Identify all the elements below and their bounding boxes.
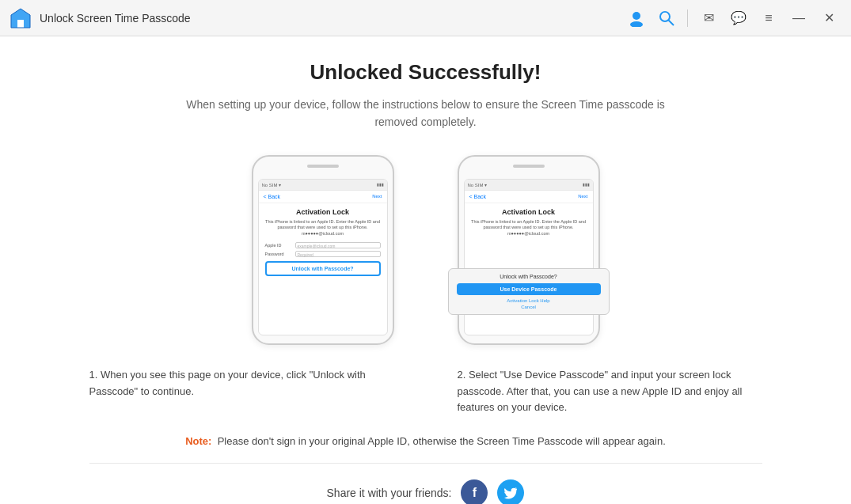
phone2-nav: < Back Next <box>465 191 593 203</box>
menu-icon-btn[interactable]: ≡ <box>756 6 781 31</box>
search-icon-btn[interactable] <box>654 6 679 31</box>
share-row: Share it with your friends: f <box>327 479 525 504</box>
titlebar-title: Unlock Screen Time Passcode <box>40 12 624 25</box>
close-btn[interactable]: ✕ <box>816 6 842 31</box>
step1-desc: 1. When you see this page on your device… <box>89 367 394 416</box>
phone1-heading: Activation Lock <box>265 208 381 216</box>
phone1-nav: < Back Next <box>259 191 387 203</box>
steps-row: 1. When you see this page on your device… <box>89 367 762 416</box>
note-text: Please don't sign in your original Apple… <box>218 435 666 447</box>
step2-desc: 2. Select "Use Device Passcode" and inpu… <box>458 367 762 416</box>
phone2-heading: Activation Lock <box>471 208 587 216</box>
note-label: Note: <box>185 435 211 447</box>
phone1-screen: No SIM ▾ ▮▮▮ < Back Next Activation Lock… <box>258 179 388 335</box>
phone1-desc: This iPhone is linked to an Apple ID. En… <box>265 219 381 237</box>
phone1-appleid-input: example@icloud.com <box>295 242 381 248</box>
twitter-share-btn[interactable] <box>497 479 524 504</box>
titlebar-actions: ✉ 💬 ≡ — ✕ <box>624 6 842 31</box>
phone2-wrap: No SIM ▾ ▮▮▮ < Back Next Activation Lock… <box>458 155 600 345</box>
svg-rect-1 <box>17 20 24 28</box>
phone2-statusbar: No SIM ▾ ▮▮▮ <box>465 180 593 191</box>
success-title: Unlocked Successfully! <box>310 60 541 85</box>
phone1-statusbar: No SIM ▾ ▮▮▮ <box>259 180 387 191</box>
mail-icon-btn[interactable]: ✉ <box>696 6 721 31</box>
popup-use-device-btn: Use Device Passcode <box>457 283 601 295</box>
phone2-popup: Unlock with Passcode? Use Device Passcod… <box>448 268 610 315</box>
phone2-body: Activation Lock This iPhone is linked to… <box>465 203 593 247</box>
app-icon <box>9 7 32 29</box>
phone1-password-input: Required <box>295 251 381 257</box>
svg-point-4 <box>630 21 643 27</box>
svg-point-3 <box>633 12 640 20</box>
phones-row: No SIM ▾ ▮▮▮ < Back Next Activation Lock… <box>252 155 600 345</box>
main-content: Unlocked Successfully! When setting up y… <box>0 36 851 504</box>
phone1-unlock-btn: Unlock with Passcode? <box>265 261 381 276</box>
note-row: Note: Please don't sign in your original… <box>89 435 762 464</box>
phone2-desc: This iPhone is linked to an Apple ID. En… <box>471 219 587 237</box>
phone1-body: Activation Lock This iPhone is linked to… <box>259 203 387 281</box>
svg-line-6 <box>669 20 674 25</box>
phone1-wrap: No SIM ▾ ▮▮▮ < Back Next Activation Lock… <box>252 155 394 345</box>
phone1-password-row: Password Required <box>265 251 381 257</box>
facebook-share-btn[interactable]: f <box>461 479 488 504</box>
phone1: No SIM ▾ ▮▮▮ < Back Next Activation Lock… <box>252 155 394 345</box>
phone2: No SIM ▾ ▮▮▮ < Back Next Activation Lock… <box>458 155 600 345</box>
share-label: Share it with your friends: <box>327 487 452 499</box>
popup-title: Unlock with Passcode? <box>457 274 601 279</box>
titlebar: Unlock Screen Time Passcode ✉ 💬 ≡ — ✕ <box>0 0 851 36</box>
popup-link: Activation Lock Help <box>457 298 601 303</box>
minimize-btn[interactable]: — <box>786 6 811 31</box>
phone1-appleid-row: Apple ID example@icloud.com <box>265 242 381 248</box>
success-subtitle: When setting up your device, follow the … <box>180 96 671 131</box>
popup-cancel: Cancel <box>457 305 601 309</box>
twitter-icon <box>503 486 518 500</box>
user-icon-btn[interactable] <box>624 6 649 31</box>
chat-icon-btn[interactable]: 💬 <box>726 6 751 31</box>
